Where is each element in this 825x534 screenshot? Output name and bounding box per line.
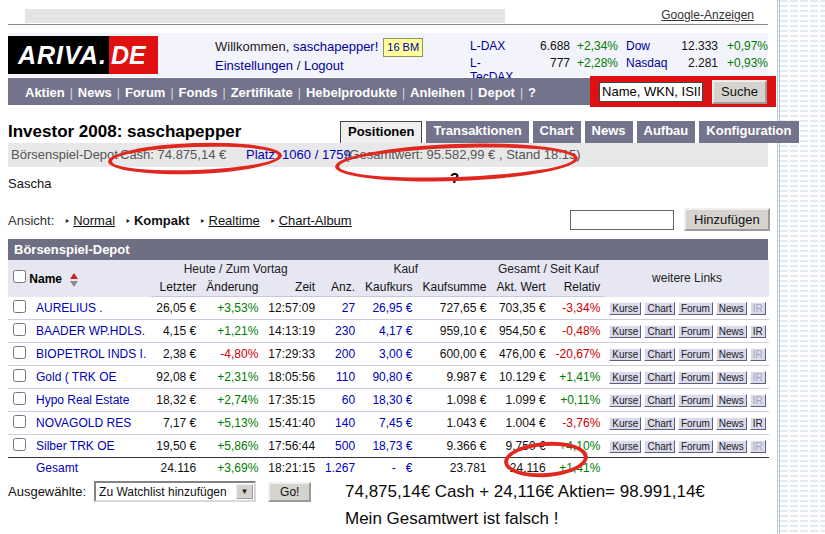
nav-item-forum[interactable]: Forum (125, 85, 165, 100)
link-button-news[interactable]: News (716, 325, 747, 338)
link-button-kurse[interactable]: Kurse (609, 440, 641, 453)
stock-name-link[interactable]: AURELIUS . (36, 301, 103, 315)
link-button-chart[interactable]: Chart (644, 394, 674, 407)
table-row: AURELIUS .26,05 €+3,53%12:57:092726,95 €… (8, 297, 769, 320)
nav-separator: | (402, 86, 405, 100)
nav-item-fonds[interactable]: Fonds (179, 85, 218, 100)
link-button-forum[interactable]: Forum (678, 417, 713, 430)
bulk-action-select[interactable]: Zu Watchlist hinzufügen ▼ (94, 481, 256, 502)
stock-name-link[interactable]: NOVAGOLD RES (36, 416, 131, 430)
link-button-chart[interactable]: Chart (644, 302, 674, 315)
row-checkbox[interactable] (13, 415, 26, 428)
link-button-chart[interactable]: Chart (644, 417, 674, 430)
search-button[interactable]: Suche (712, 80, 767, 104)
rank-link[interactable]: Platz: 1060 / 1759 (246, 147, 351, 162)
link-button-news[interactable]: News (716, 417, 747, 430)
nav-item-zertifikate[interactable]: Zertifikate (231, 85, 293, 100)
add-button[interactable]: Hinzufügen (684, 208, 770, 231)
link-button-news[interactable]: News (716, 348, 747, 361)
tab-news[interactable]: News (585, 121, 633, 143)
stock-name-link[interactable]: Silber TRK OE (36, 439, 114, 453)
username-link[interactable]: saschapepper! (293, 39, 378, 54)
main-nav: Aktien|News|Forum|Fonds|Zertifikate|Hebe… (8, 78, 768, 105)
welcome-text: Willkommen, (215, 39, 293, 54)
link-button-news[interactable]: News (716, 302, 747, 315)
tab-aufbau[interactable]: Aufbau (637, 121, 696, 143)
link-button-kurse[interactable]: Kurse (609, 348, 641, 361)
link-button-news[interactable]: News (716, 440, 747, 453)
stock-name-link[interactable]: Hypo Real Estate (36, 393, 129, 407)
nav-item-hebelprodukte[interactable]: Hebelprodukte (306, 85, 397, 100)
link-button-kurse[interactable]: Kurse (609, 394, 641, 407)
link-button-chart[interactable]: Chart (644, 371, 674, 384)
add-stock-input[interactable] (570, 210, 674, 230)
index-label[interactable]: L-DAX (470, 39, 524, 56)
link-button-forum[interactable]: Forum (678, 302, 713, 315)
link-button-kurse[interactable]: Kurse (609, 371, 641, 384)
view-option-link-realtime[interactable]: Realtime (209, 213, 260, 228)
sort-arrows[interactable] (70, 273, 78, 287)
logout-link[interactable]: Logout (304, 58, 344, 73)
index-label[interactable]: Nasdaq (626, 56, 670, 73)
row-checkbox[interactable] (13, 323, 26, 336)
google-ads-link[interactable]: Google-Anzeigen (661, 8, 754, 22)
link-button-kurse[interactable]: Kurse (609, 325, 641, 338)
link-button-forum[interactable]: Forum (678, 325, 713, 338)
sort-down-icon[interactable] (70, 281, 78, 287)
link-button-kurse[interactable]: Kurse (609, 417, 641, 430)
row-links-cell: KurseChartForumNewsIR (605, 411, 769, 434)
stock-name-link[interactable]: Gold ( TRK OE (36, 370, 116, 384)
tab-transaktionen[interactable]: Transaktionen (426, 121, 528, 143)
bulk-action-row: Ausgewählte: Zu Watchlist hinzufügen ▼ G… (8, 481, 311, 502)
index-label[interactable]: L-TecDAX (470, 56, 524, 73)
link-button-forum[interactable]: Forum (678, 440, 713, 453)
depot-info-strip: Börsenspiel-Depot Cash: 74.875,14 € Plat… (8, 143, 768, 167)
nav-item-anleihen[interactable]: Anleihen (410, 85, 465, 100)
index-label[interactable]: Dow (626, 39, 670, 56)
nav-item-depot[interactable]: Depot (478, 85, 515, 100)
select-dropdown-icon[interactable]: ▼ (236, 484, 253, 499)
nav-item-aktien[interactable]: Aktien (25, 85, 65, 100)
stock-name-link[interactable]: BIOPETROL INDS I. (36, 347, 146, 361)
aktwert-value: 1.099 € (491, 388, 550, 411)
group-header-heute: Heute / Zum Vortag (151, 260, 320, 278)
kaufsumme-value: 959,10 € (417, 319, 491, 342)
link-button-news[interactable]: News (716, 394, 747, 407)
tab-chart[interactable]: Chart (533, 121, 581, 143)
link-button-kurse[interactable]: Kurse (609, 302, 641, 315)
nav-item-news[interactable]: News (78, 85, 112, 100)
settings-link[interactable]: Einstellungen (215, 58, 293, 73)
row-checkbox[interactable] (13, 300, 26, 313)
name-header-label: Name (29, 272, 62, 286)
row-checkbox[interactable] (13, 438, 26, 451)
tab-positionen[interactable]: Positionen (340, 121, 422, 143)
link-button-forum[interactable]: Forum (678, 371, 713, 384)
link-button-news[interactable]: News (716, 371, 747, 384)
anzahl-value: 27 (320, 297, 360, 320)
sort-up-icon[interactable] (70, 273, 78, 279)
tab-konfiguration[interactable]: Konfiguration (699, 121, 798, 143)
view-option-link-kompakt[interactable]: Kompakt (134, 213, 190, 228)
select-all-checkbox[interactable] (13, 270, 26, 283)
ariva-logo[interactable]: ARIVA. DE (8, 36, 158, 74)
go-button[interactable]: Go! (268, 482, 311, 502)
link-button-chart[interactable]: Chart (644, 325, 674, 338)
stock-name-link[interactable]: BAADER WP.HDLS. (36, 324, 145, 338)
link-button-ir[interactable]: IR (750, 417, 766, 430)
bm-badge[interactable]: 16 BM (383, 38, 423, 57)
row-checkbox[interactable] (13, 346, 26, 359)
table-title-bar: Börsenspiel-Depot (8, 239, 768, 260)
view-option-link-normal[interactable]: Normal (73, 213, 115, 228)
nav-item-item[interactable]: ? (528, 85, 536, 100)
link-button-ir[interactable]: IR (750, 325, 766, 338)
link-button-chart[interactable]: Chart (644, 348, 674, 361)
kaufsumme-value: 600,00 € (417, 342, 491, 365)
view-options: ‣Normal‣Kompakt‣Realtime‣Chart-Album (54, 213, 351, 228)
view-option-link-chart-album[interactable]: Chart-Album (279, 213, 352, 228)
link-button-forum[interactable]: Forum (678, 348, 713, 361)
link-button-forum[interactable]: Forum (678, 394, 713, 407)
row-checkbox[interactable] (13, 369, 26, 382)
link-button-chart[interactable]: Chart (644, 440, 674, 453)
search-input[interactable] (599, 82, 703, 102)
row-checkbox[interactable] (13, 392, 26, 405)
